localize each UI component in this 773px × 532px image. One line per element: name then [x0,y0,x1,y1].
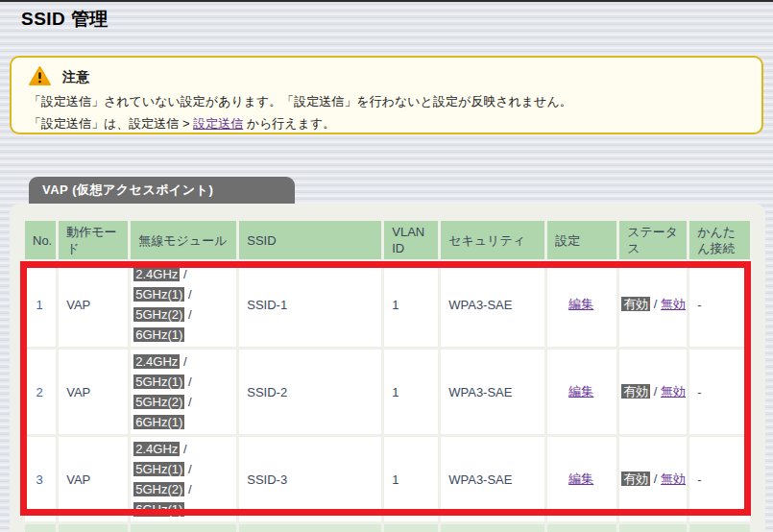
header-operation-mode: 動作モード [59,221,128,259]
notice-line2-suffix: から行えます。 [243,116,335,131]
page-top-border [0,0,773,2]
notice-box: 注意 「設定送信」されていない設定があります。「設定送信」を行わないと設定が反映… [10,56,763,134]
band-badge: 6GHz(1) [133,415,184,429]
ssid-cell: SSID-2 [239,350,381,434]
vlan-id-cell: 1 [384,262,438,347]
empty-cell [689,524,750,532]
status-enabled-badge: 有効 [621,472,650,486]
band-badge: 5GHz(2) [133,307,184,322]
ssid-cell: SSID-3 [239,437,381,521]
status-enabled-badge: 有効 [621,384,650,399]
header-status: ステータス [619,221,687,259]
band-badge: 5GHz(1) [133,375,184,389]
disable-link[interactable]: 無効 [661,472,686,486]
header-no: No. [25,221,56,259]
vlan-id-cell: 1 [384,437,438,521]
notice-line-1: 「設定送信」されていない設定があります。「設定送信」を行わないと設定が反映されま… [29,90,744,112]
header-security: セキュリティ [441,221,544,259]
page-title: SSID 管理 [21,7,109,32]
table-header-row: No. 動作モード 無線モジュール SSID VLAN ID セキュリティ 設定… [25,221,750,259]
notice-line-2: 「設定送信」は、設定送信 > 設定送信 から行えます。 [29,112,744,134]
vlan-id-cell: 1 [384,350,438,434]
ssid-management-page: { "page": { "title": "SSID 管理" }, "notic… [0,0,773,532]
operation-mode-cell: VAP [59,437,128,521]
security-cell: WPA3-SAE [441,437,544,521]
edit-link[interactable]: 編集 [568,472,593,486]
header-vlan-id: VLAN ID [384,221,438,259]
empty-cell [59,524,128,532]
band-badge: 5GHz(2) [133,395,184,409]
empty-cell [239,524,381,532]
wireless-module-cell: 2.4GHz / 5GHz(1) / 5GHz(2) / 6GHz(1) [131,262,236,347]
table-row-3: 3 VAP 2.4GHz / 5GHz(1) / 5GHz(2) / 6GHz(… [25,437,750,521]
band-badge: 5GHz(2) [133,482,184,496]
easy-connect-cell: - [689,262,750,347]
ssid-cell: SSID-1 [239,262,381,347]
band-badge: 2.4GHz [133,442,180,456]
band-badge: 6GHz(1) [133,502,184,517]
band-badge: 5GHz(1) [133,287,184,302]
security-cell: WPA3-SAE [441,262,544,347]
band-badge: 2.4GHz [133,354,180,369]
band-badge: 2.4GHz [133,267,180,281]
status-enabled-badge: 有効 [621,297,650,311]
empty-cell [131,524,236,532]
table-row-1: 1 VAP 2.4GHz / 5GHz(1) / 5GHz(2) / 6GHz(… [25,262,750,347]
operation-mode-cell: VAP [59,350,128,434]
security-cell: WPA3-SAE [441,350,544,434]
band-badge: 6GHz(1) [133,327,184,342]
vap-section-tab: VAP (仮想アクセスポイント) [29,177,295,204]
header-easy-connect: かんたん接続 [689,221,750,259]
edit-link[interactable]: 編集 [568,297,593,311]
empty-cell [384,524,438,532]
edit-link[interactable]: 編集 [568,384,593,399]
empty-cell [441,524,544,532]
row-number: 3 [25,437,56,521]
disable-link[interactable]: 無効 [661,297,686,311]
disable-link[interactable]: 無効 [661,384,686,399]
header-ssid: SSID [239,221,381,259]
header-settings: 設定 [547,221,616,259]
operation-mode-cell: VAP [59,262,128,347]
wireless-module-cell: 2.4GHz / 5GHz(1) / 5GHz(2) / 6GHz(1) [131,437,236,521]
row-number: 2 [25,350,56,434]
table-row-2: 2 VAP 2.4GHz / 5GHz(1) / 5GHz(2) / 6GHz(… [25,350,750,434]
empty-cell [619,524,687,532]
band-badge: 5GHz(1) [133,462,184,476]
table-row-add: 4 追加 [25,524,750,532]
warning-triangle-icon [29,66,51,90]
easy-connect-cell: - [689,350,750,434]
notice-heading: 注意 [62,69,89,86]
header-wireless-module: 無線モジュール [131,221,236,259]
settings-submit-link[interactable]: 設定送信 [193,116,243,131]
notice-line2-prefix: 「設定送信」は、設定送信 > [29,116,193,131]
easy-connect-cell: - [689,437,750,521]
vap-table: No. 動作モード 無線モジュール SSID VLAN ID セキュリティ 設定… [22,218,753,532]
row-number: 4 [25,524,56,532]
row-number: 1 [25,262,56,347]
wireless-module-cell: 2.4GHz / 5GHz(1) / 5GHz(2) / 6GHz(1) [131,350,236,434]
